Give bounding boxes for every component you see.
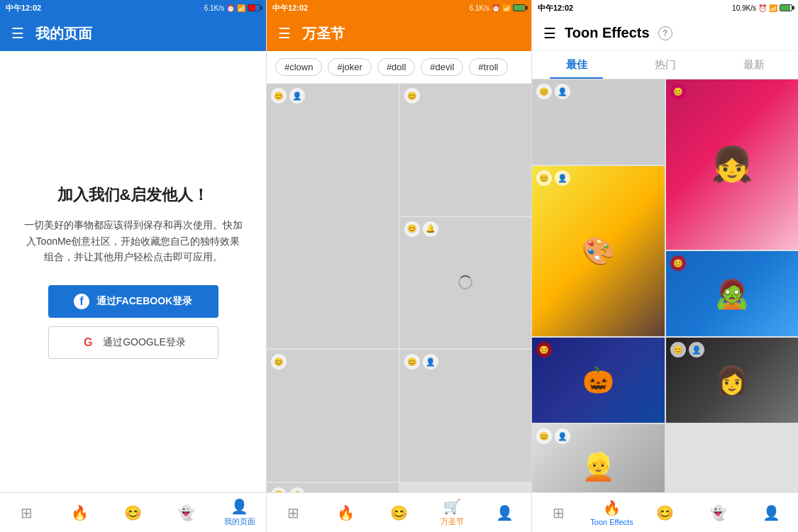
nav-home-2[interactable]: ⊞ <box>267 501 320 524</box>
nav-person-3[interactable]: 👤 <box>745 501 798 524</box>
content-grid-2: 😊 👤 😊 😊 🔔 😊 😊 <box>267 84 531 492</box>
home-icon-1: ⊞ <box>21 504 33 521</box>
menu-icon-3[interactable]: ☰ <box>543 25 556 42</box>
bottom-nav-1: ⊞ 🔥 😊 👻 👤 我的页面 <box>0 492 266 532</box>
google-icon: G <box>80 335 96 350</box>
bottom-nav-2: ⊞ 🔥 😊 🛒 万圣节 👤 <box>267 492 531 532</box>
p3-cell-man[interactable]: 😊 👤 <box>532 166 665 336</box>
battery-icon-2 <box>513 4 526 11</box>
signal-icon-2: 📶 <box>502 4 511 12</box>
ghost-icon-3: 👻 <box>709 504 727 521</box>
user-icon-3-woman: 👤 <box>689 342 704 358</box>
tab-hot[interactable]: 热门 <box>621 51 709 79</box>
status-bar-3: 中午12:02 10.9K/s ⏰ 📶 <box>532 0 798 16</box>
tabs-row-3: 最佳 热门 最新 <box>532 51 798 79</box>
top-bar-3: ☰ Toon Effects ? <box>532 16 798 51</box>
p3-cell-cartoon[interactable]: 😊 <box>666 251 799 336</box>
anime-girl-image <box>666 79 799 250</box>
grid-cell-2-3[interactable]: 😊 🔔 <box>400 217 532 349</box>
emoji-icon-2-4: 😊 <box>271 354 287 370</box>
tags-row: #clown #joker #doll #devil #troll <box>267 51 531 84</box>
nav-mypage-1[interactable]: 👤 我的页面 <box>213 495 266 530</box>
p3-cell-halloween[interactable]: 😊 <box>532 338 665 423</box>
user-icon-2-3: 🔔 <box>423 221 438 237</box>
help-icon-3[interactable]: ? <box>658 26 672 40</box>
toon-icon-3: 🔥 <box>603 499 621 516</box>
cell-icons-2-4: 😊 <box>271 354 287 370</box>
face-icon-1: 😊 <box>124 504 142 521</box>
emoji-icon-3-1: 😊 <box>536 84 552 99</box>
tag-clown[interactable]: #clown <box>275 58 322 76</box>
content-grid-3: 😊 👤 😊 😊 👤 😊 <box>532 79 798 492</box>
cell-icons-2-2: 😊 <box>404 88 420 104</box>
nav-face-2[interactable]: 😊 <box>372 501 426 524</box>
p3-cell-woman[interactable]: 😊 👤 <box>666 338 799 423</box>
page-title-2: 万圣节 <box>302 24 345 43</box>
home-icon-2: ⊞ <box>287 504 299 521</box>
face-icon-2: 😊 <box>390 504 408 521</box>
nav-halloween-2[interactable]: 🛒 万圣节 <box>426 495 479 530</box>
nav-face-1[interactable]: 😊 <box>106 501 160 524</box>
page-title-1: 我的页面 <box>35 24 92 43</box>
tab-best[interactable]: 最佳 <box>532 51 621 79</box>
nav-home-3[interactable]: ⊞ <box>532 501 585 524</box>
time-3: 中午12:02 <box>538 3 573 13</box>
nav-face-3[interactable]: 😊 <box>638 501 692 524</box>
tab-new-label: 最新 <box>743 58 765 70</box>
p3-cell-blonde[interactable]: 😊 👤 <box>532 424 665 492</box>
facebook-icon: f <box>74 294 89 309</box>
alarm-icon-3: ⏰ <box>758 4 767 12</box>
user-icon-1: 👤 <box>231 498 248 515</box>
cell-icons-2-1: 😊 👤 <box>271 88 305 104</box>
speed-icon-2: 6.1K/s <box>470 4 489 12</box>
loading-spinner-2-3 <box>458 275 472 289</box>
cell-icons-3-cartoon: 😊 <box>670 255 686 271</box>
nav-label-mypage-1: 我的页面 <box>224 516 255 527</box>
battery-icon-3 <box>780 4 792 11</box>
face-icon-3: 😊 <box>656 504 674 521</box>
p3-cell-1[interactable]: 😊 👤 <box>532 79 665 165</box>
nav-fire-1[interactable]: 🔥 <box>53 501 106 524</box>
panel-halloween: 中午12:02 6.1K/s ⏰ 📶 ☰ 万圣节 #clown #joker #… <box>266 0 532 532</box>
menu-icon-2[interactable]: ☰ <box>278 25 291 42</box>
cell-icons-2-5: 😊 👤 <box>404 354 438 370</box>
emoji-icon-3-man: 😊 <box>536 170 552 186</box>
alarm-icon: ⏰ <box>226 4 235 12</box>
google-login-button[interactable]: G 通过GOOGLE登录 <box>48 326 218 359</box>
tag-doll[interactable]: #doll <box>377 58 415 76</box>
grid-cell-2-5[interactable]: 😊 👤 <box>400 350 532 482</box>
heading-1: 加入我们&启发他人！ <box>57 184 209 206</box>
cell-icons-2-6: 😊 🔔 <box>271 487 305 493</box>
tag-joker[interactable]: #joker <box>328 58 371 76</box>
top-bar-1: ☰ 我的页面 <box>0 16 266 51</box>
p3-cell-anime[interactable]: 😊 <box>666 79 799 250</box>
user-icon-2-6: 🔔 <box>289 487 305 493</box>
tag-troll[interactable]: #troll <box>469 58 507 76</box>
tag-devil[interactable]: #devil <box>421 58 463 76</box>
nav-toon-3[interactable]: 🔥 Toon Effects <box>585 497 638 529</box>
grid-cell-2-4[interactable]: 😊 <box>267 350 399 482</box>
menu-icon-1[interactable]: ☰ <box>11 25 24 42</box>
grid-cell-2-6[interactable]: 😊 🔔 <box>267 483 399 493</box>
grid-cell-2-2[interactable]: 😊 <box>400 84 532 216</box>
emoji-icon-2-2: 😊 <box>404 88 420 104</box>
emoji-icon-3-woman: 😊 <box>670 342 686 358</box>
nav-ghost-3[interactable]: 👻 <box>692 501 745 524</box>
grid-cell-2-1[interactable]: 😊 👤 <box>267 84 399 348</box>
nav-fire-2[interactable]: 🔥 <box>320 501 373 524</box>
page-title-3: Toon Effects <box>565 25 650 41</box>
tab-new[interactable]: 最新 <box>709 51 798 79</box>
bottom-nav-3: ⊞ 🔥 Toon Effects 😊 👻 👤 <box>532 492 798 532</box>
nav-home-1[interactable]: ⊞ <box>0 501 53 524</box>
nav-ghost-1[interactable]: 👻 <box>160 501 213 524</box>
user-icon-2-1: 👤 <box>289 88 305 104</box>
nav-person-2[interactable]: 👤 <box>478 501 531 524</box>
facebook-login-button[interactable]: f 通过FACEBOOK登录 <box>48 285 218 318</box>
person-icon-2: 👤 <box>496 504 514 521</box>
emoji-icon-3-anime: 😊 <box>670 84 686 99</box>
halloween-icon-2: 🛒 <box>443 498 461 515</box>
emoji-icon-2-1: 😊 <box>271 88 287 104</box>
battery-icon-1 <box>248 4 260 11</box>
user-icon-2-5: 👤 <box>423 354 438 370</box>
emoji-icon-2-3: 😊 <box>404 221 420 237</box>
